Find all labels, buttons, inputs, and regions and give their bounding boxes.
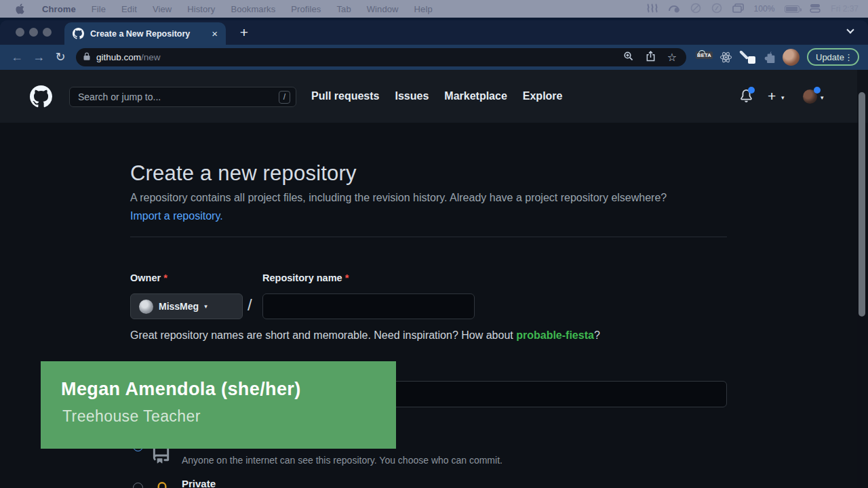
- menubar-item-edit[interactable]: Edit: [121, 4, 137, 14]
- window-close-button[interactable]: [16, 28, 24, 37]
- devtools-extension-icon[interactable]: [719, 51, 732, 66]
- hint-text: Great repository names are short and mem…: [130, 329, 516, 341]
- private-lock-icon: [153, 481, 171, 488]
- menubar-item-view[interactable]: View: [153, 4, 172, 14]
- repository-name-label: Repository name*: [262, 272, 349, 283]
- owner-caret-icon: ▾: [204, 303, 208, 310]
- window-minimize-button[interactable]: [29, 28, 38, 37]
- battery-percentage: 100%: [754, 4, 775, 14]
- switch-control-status-icon[interactable]: [810, 3, 821, 15]
- bookmark-star-icon[interactable]: ☆: [667, 51, 677, 64]
- repo-name-hint: Great repository names are short and mem…: [130, 329, 600, 342]
- menubar-item-file[interactable]: File: [92, 4, 106, 14]
- url-host: github.com: [96, 52, 141, 62]
- menubar-clock[interactable]: Fri 2:37: [831, 4, 859, 14]
- menubar-item-profiles[interactable]: Profiles: [291, 4, 321, 14]
- tab-close-icon[interactable]: ×: [212, 28, 218, 39]
- browser-toolbar: ← → ↻ github.com/new ☆: [0, 45, 868, 70]
- menubar-item-chrome[interactable]: Chrome: [42, 4, 76, 14]
- github-logo-icon[interactable]: [30, 85, 52, 110]
- required-marker: *: [163, 272, 167, 283]
- intro-text: A repository contains all project files,…: [130, 192, 667, 203]
- extensions-puzzle-icon[interactable]: [764, 51, 776, 66]
- required-marker: *: [345, 272, 349, 283]
- update-label: Update: [816, 52, 844, 62]
- presenter-lower-third: Megan Amendola (she/her) Treehouse Teach…: [41, 361, 396, 449]
- owner-avatar: [139, 300, 153, 314]
- apple-menu-icon[interactable]: [15, 3, 25, 14]
- chrome-menu-kebab-icon[interactable]: ⋮: [844, 52, 853, 62]
- github-header: Search or jump to... / Pull requests Iss…: [0, 70, 868, 123]
- zoom-indicator-icon[interactable]: [623, 51, 634, 64]
- screen: Chrome File Edit View History Bookmarks …: [0, 0, 868, 488]
- private-label: Private: [182, 478, 216, 488]
- url-path: /new: [141, 52, 161, 62]
- suggested-repo-name[interactable]: probable-fiesta: [516, 329, 594, 341]
- window-zoom-button[interactable]: [43, 28, 52, 37]
- public-description: Anyone on the internet can see this repo…: [182, 455, 502, 466]
- private-radio[interactable]: [133, 483, 143, 488]
- avatar-notification-dot: [814, 87, 821, 94]
- beta-extension-icon[interactable]: BETA: [696, 47, 712, 60]
- user-menu-caret-icon[interactable]: ▾: [821, 94, 824, 101]
- color-picker-extension-icon[interactable]: [742, 50, 755, 64]
- reload-button[interactable]: ↻: [52, 48, 69, 66]
- hint-suffix: ?: [594, 329, 600, 341]
- create-new-plus-icon[interactable]: +: [768, 88, 776, 104]
- tab-strip: Create a New Repository × +: [0, 20, 868, 45]
- mission-control-status-icon[interactable]: [732, 3, 744, 15]
- section-divider: [130, 237, 727, 237]
- do-not-disturb-status-icon[interactable]: [690, 3, 701, 16]
- owner-dropdown-button[interactable]: MissMeg ▾: [130, 293, 243, 319]
- import-repository-link[interactable]: Import a repository.: [130, 210, 223, 222]
- menubar-item-help[interactable]: Help: [414, 4, 433, 14]
- battery-icon[interactable]: [785, 5, 800, 13]
- forward-button[interactable]: →: [30, 48, 47, 66]
- github-favicon-icon: [73, 28, 84, 39]
- page-intro: A repository contains all project files,…: [130, 189, 688, 225]
- presenter-role: Treehouse Teacher: [62, 407, 201, 426]
- scrollbar-thumb[interactable]: [859, 92, 865, 317]
- slash-shortcut-badge: /: [279, 91, 290, 104]
- nav-issues[interactable]: Issues: [395, 90, 429, 102]
- search-placeholder: Search or jump to...: [78, 92, 279, 102]
- address-bar[interactable]: github.com/new ☆: [76, 48, 686, 66]
- chrome-profile-avatar[interactable]: [783, 49, 800, 66]
- nav-pull-requests[interactable]: Pull requests: [311, 90, 379, 102]
- tab-title: Create a New Repository: [90, 29, 206, 39]
- chrome-update-button[interactable]: Update ⋮: [807, 48, 859, 66]
- nav-explore[interactable]: Explore: [523, 90, 563, 102]
- owner-repo-separator: /: [248, 296, 252, 314]
- nav-marketplace[interactable]: Marketplace: [444, 90, 507, 102]
- new-tab-button[interactable]: +: [234, 22, 254, 43]
- menubar-item-window[interactable]: Window: [367, 4, 399, 14]
- menubar-item-history[interactable]: History: [187, 4, 215, 14]
- sync-status-icon[interactable]: [711, 3, 722, 16]
- github-search-input[interactable]: Search or jump to... /: [69, 87, 296, 107]
- tab-search-chevron-icon[interactable]: [846, 26, 854, 33]
- lock-icon[interactable]: [83, 52, 91, 64]
- meter-status-icon[interactable]: [669, 3, 680, 15]
- presenter-name: Megan Amendola (she/her): [61, 379, 301, 400]
- page-title: Create a new repository: [130, 161, 357, 186]
- back-button[interactable]: ←: [8, 48, 26, 66]
- create-new-caret-icon[interactable]: ▾: [781, 94, 785, 101]
- owner-username: MissMeg: [159, 301, 199, 312]
- owner-label: Owner*: [130, 272, 167, 283]
- menubar-item-tab[interactable]: Tab: [336, 4, 351, 14]
- notification-dot: [748, 87, 755, 94]
- repository-name-input[interactable]: [262, 293, 475, 319]
- waves-status-icon[interactable]: [646, 3, 658, 15]
- macos-menubar: Chrome File Edit View History Bookmarks …: [0, 0, 868, 18]
- share-icon[interactable]: [646, 51, 656, 64]
- browser-tab[interactable]: Create a New Repository ×: [64, 22, 226, 45]
- menubar-item-bookmarks[interactable]: Bookmarks: [231, 4, 275, 14]
